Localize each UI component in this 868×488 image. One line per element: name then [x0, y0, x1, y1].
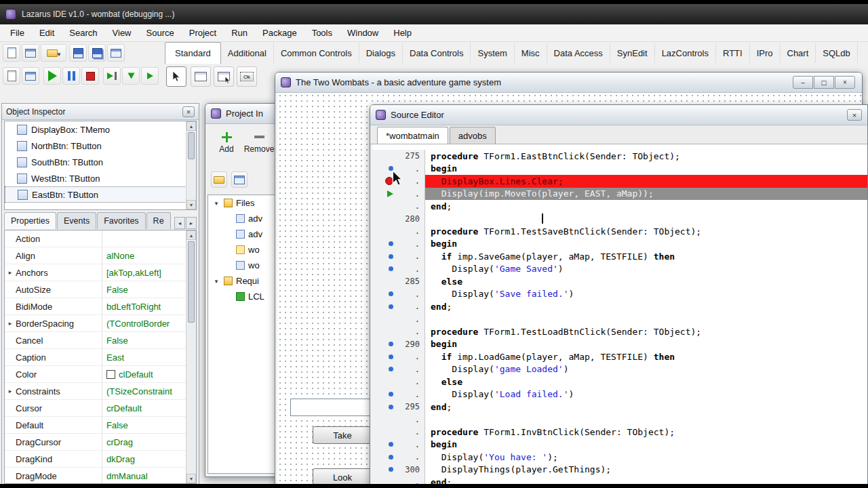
gutter-marks[interactable] [372, 338, 395, 351]
form-title-bar[interactable]: The Two Wombats - a basic adventure game… [275, 73, 862, 93]
step-into-button[interactable] [122, 67, 140, 85]
code-text[interactable] [425, 413, 867, 426]
oi-grid-scrollbar[interactable] [186, 230, 196, 483]
menu-item-view[interactable]: View [105, 25, 139, 41]
code-text[interactable]: end; [425, 401, 867, 413]
gutter-marks[interactable] [372, 313, 395, 326]
property-row[interactable]: CancelFalse [5, 332, 196, 349]
tab-scroll-right-icon[interactable] [186, 217, 197, 229]
property-value[interactable]: dmManual [102, 468, 196, 484]
palette-tab-additional[interactable]: Additional [221, 43, 274, 63]
palette-tab-chart[interactable]: Chart [781, 43, 816, 63]
open-button[interactable] [41, 44, 66, 62]
code-text[interactable]: begin [425, 163, 867, 176]
expand-icon[interactable] [5, 315, 16, 331]
property-value[interactable]: dkDrag [102, 451, 196, 467]
menu-item-edit[interactable]: Edit [32, 25, 62, 41]
code-line[interactable]: 290begin [372, 338, 867, 351]
code-text[interactable] [425, 213, 867, 226]
menu-item-source[interactable]: Source [139, 25, 182, 41]
property-row[interactable]: Action [5, 230, 196, 247]
code-text[interactable]: end; [425, 200, 867, 213]
code-text[interactable]: else [425, 275, 867, 288]
gutter-marks[interactable] [372, 451, 395, 464]
code-text[interactable]: if imp.LoadGame(player, aMap, TESTFILE) … [425, 350, 867, 363]
gutter-marks[interactable] [372, 388, 395, 401]
code-line[interactable]: . Display('Save failed.') [372, 288, 867, 301]
editor-tab-wombatmain[interactable]: *wombatmain [377, 127, 448, 144]
property-row[interactable]: DragModedmManual [5, 468, 196, 484]
code-line[interactable]: . Display('You have: '); [372, 451, 867, 464]
gutter-marks[interactable] [372, 325, 395, 338]
run-to-cursor-button[interactable] [141, 67, 159, 85]
code-line[interactable]: . Display('game Loaded') [372, 363, 867, 376]
save-all-button[interactable] [88, 44, 106, 62]
code-line[interactable]: . Display('Load failed.') [372, 388, 867, 401]
component-tree-item[interactable]: DisplayBox: TMemo [5, 121, 196, 138]
gutter-marks[interactable] [372, 213, 395, 226]
tab-scroll-left-icon[interactable] [174, 217, 185, 229]
code-text[interactable]: if imp.SaveGame(player, aMap, TESTFILE) … [425, 250, 867, 263]
property-value[interactable]: East [102, 349, 196, 365]
code-line[interactable]: .procedure TForm1.TestLoadBtnClick(Sende… [372, 325, 867, 338]
code-line[interactable]: 300 DisplayThings(player.GetThings); [372, 464, 867, 476]
code-line[interactable]: .procedure TForm1.TestSaveBtnClick(Sende… [372, 225, 867, 238]
form-edit-box[interactable] [290, 399, 374, 416]
expand-icon[interactable] [212, 278, 220, 285]
code-line[interactable]: . Display('Game Saved') [372, 263, 867, 276]
gutter-marks[interactable] [372, 464, 395, 476]
menu-item-window[interactable]: Window [340, 25, 386, 41]
code-text[interactable]: Display('Save failed.') [425, 288, 867, 301]
pause-button[interactable] [62, 67, 80, 85]
code-line[interactable]: .begin [372, 163, 867, 176]
open-dropdown-icon[interactable] [58, 47, 61, 59]
property-value[interactable]: alNone [102, 247, 196, 264]
palette-tab-data-controls[interactable]: Data Controls [403, 43, 471, 63]
menu-item-package[interactable]: Package [255, 25, 304, 41]
gutter-marks[interactable] [372, 426, 395, 439]
object-inspector-title-bar[interactable]: Object Inspector [2, 104, 199, 120]
property-row[interactable]: ColorclDefault [5, 366, 196, 383]
code-text[interactable]: DisplayThings(player.GetThings); [425, 464, 867, 476]
property-row[interactable]: AutoSizeFalse [5, 281, 196, 298]
add-button[interactable]: Add [211, 127, 242, 159]
code-line[interactable]: 275procedure TForm1.EastBtnClick(Sender:… [372, 150, 867, 163]
property-value[interactable]: False [102, 417, 196, 433]
property-row[interactable]: CaptionEast [5, 349, 196, 366]
code-text[interactable] [425, 313, 867, 326]
take-button[interactable]: Take [313, 426, 372, 444]
gutter-marks[interactable] [372, 401, 395, 413]
code-line[interactable]: .begin [372, 238, 867, 251]
code-line[interactable]: 280 [372, 213, 867, 226]
code-line[interactable]: . Display(imp.MoveTo(player, EAST, aMap)… [372, 188, 867, 201]
menu-item-help[interactable]: Help [386, 25, 419, 41]
property-value[interactable] [102, 230, 196, 247]
code-line[interactable]: 285 else [372, 275, 867, 288]
palette-tab-data-access[interactable]: Data Access [547, 43, 610, 63]
gutter-marks[interactable] [372, 263, 395, 276]
property-row[interactable]: BidiModebdLeftToRight [5, 298, 196, 315]
code-lines[interactable]: 275procedure TForm1.EastBtnClick(Sender:… [372, 144, 867, 488]
expand-icon[interactable] [212, 200, 220, 207]
property-value[interactable]: (TControlBorder [102, 315, 196, 331]
code-line[interactable]: . if imp.SaveGame(player, aMap, TESTFILE… [372, 250, 867, 263]
scrollbar-thumb[interactable] [188, 241, 195, 323]
property-row[interactable]: CursorcrDefault [5, 400, 196, 417]
palette-tab-ipro[interactable]: IPro [750, 43, 781, 63]
code-line[interactable]: 295end; [372, 401, 867, 413]
code-line[interactable]: . [372, 313, 867, 326]
editor-tab-advobs[interactable]: advobs [450, 127, 496, 144]
gutter-marks[interactable] [372, 375, 395, 388]
scroll-up-icon[interactable] [186, 230, 196, 240]
palette-tab-rtti[interactable]: RTTI [716, 43, 750, 63]
view-forms-button[interactable] [22, 67, 39, 85]
remove-button[interactable]: Remove [243, 127, 275, 159]
code-text[interactable]: else [425, 375, 867, 388]
property-row[interactable]: AlignalNone [5, 247, 196, 264]
property-value[interactable]: bdLeftToRight [102, 298, 196, 314]
oi-tree-scrollbar[interactable] [186, 121, 196, 209]
menu-item-project[interactable]: Project [182, 25, 224, 41]
scroll-down-icon[interactable] [186, 474, 196, 483]
oi-tab-events[interactable]: Events [57, 212, 96, 229]
palette-tab-common-controls[interactable]: Common Controls [274, 43, 359, 63]
